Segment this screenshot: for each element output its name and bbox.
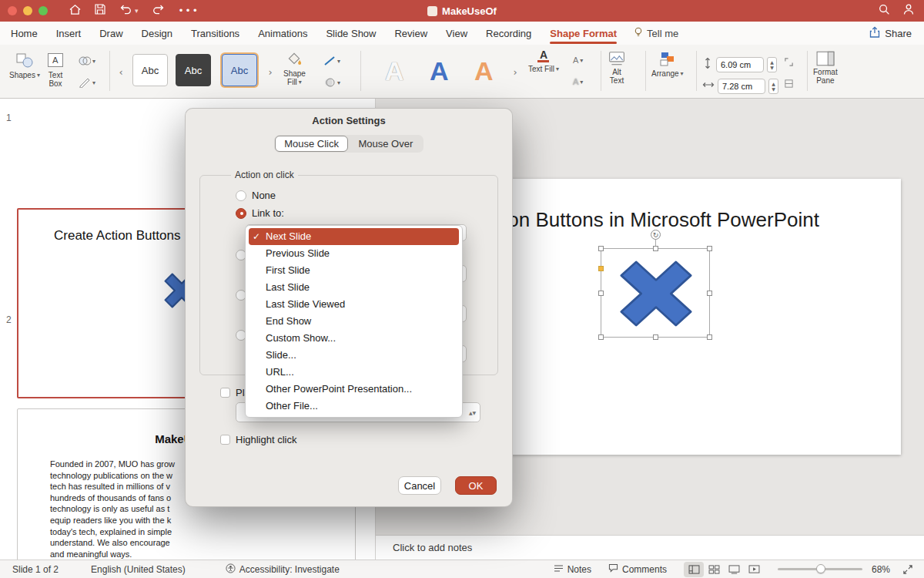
notes-toggle-button[interactable]: Notes (554, 564, 591, 575)
menu-item-last-slide-viewed[interactable]: Last Slide Viewed (249, 296, 459, 313)
redo-icon[interactable] (152, 4, 165, 18)
tab-review[interactable]: Review (394, 23, 427, 44)
tab-transitions[interactable]: Transitions (191, 23, 239, 44)
more-commands-icon[interactable]: ••• (179, 5, 199, 16)
undo-dropdown-icon[interactable]: ▾ (135, 7, 139, 15)
shape-selection-box[interactable]: ↻ (601, 248, 710, 338)
selection-handle[interactable] (598, 246, 604, 251)
undo-icon[interactable] (119, 4, 132, 18)
text-outline-button[interactable]: A ▾ (573, 55, 583, 65)
selection-handle[interactable] (707, 334, 712, 340)
ok-button[interactable]: OK (455, 476, 497, 495)
tab-animations[interactable]: Animations (258, 23, 307, 44)
x-shape[interactable] (612, 254, 700, 337)
highlight-click-checkbox-row[interactable]: Highlight click (220, 434, 296, 445)
style-gallery-prev-icon[interactable]: ‹ (116, 63, 126, 80)
shape-style-option-3-selected[interactable]: Abc (222, 54, 257, 86)
shape-effects-button[interactable]: ▾ (323, 77, 340, 88)
accessibility-status[interactable]: Accessibility: Investigate (226, 563, 340, 576)
selection-handle[interactable] (598, 291, 604, 296)
tab-recording[interactable]: Recording (486, 23, 531, 44)
selection-handle[interactable] (653, 334, 658, 340)
zoom-level[interactable]: 68% (872, 564, 898, 575)
menu-item-previous-slide[interactable]: Previous Slide (249, 245, 459, 262)
tab-shape-format[interactable]: Shape Format (550, 23, 617, 44)
text-style-option-3[interactable]: A (474, 55, 494, 86)
text-style-gallery-next-icon[interactable]: › (510, 63, 521, 80)
save-icon[interactable] (95, 4, 105, 18)
radio-none[interactable]: None (236, 190, 276, 201)
height-stepper[interactable]: ▲▼ (767, 57, 777, 72)
selection-handle[interactable] (707, 291, 712, 296)
zoom-slider-thumb[interactable] (816, 564, 825, 573)
zoom-window-button[interactable] (38, 6, 48, 15)
shape-width-field[interactable] (718, 79, 765, 94)
tab-view[interactable]: View (446, 23, 467, 44)
radio-link-to[interactable]: Link to: (236, 207, 284, 219)
rotation-handle-icon[interactable]: ↻ (651, 230, 661, 240)
menu-item-slide[interactable]: Slide... (249, 347, 459, 364)
menu-item-other-file[interactable]: Other File... (249, 398, 459, 415)
radio-none-circle[interactable] (236, 190, 246, 201)
comments-toggle-button[interactable]: Comments (608, 563, 667, 575)
shape-outline-button[interactable]: ▾ (323, 55, 340, 66)
language-indicator[interactable]: English (United States) (91, 564, 186, 575)
shape-adjustment-handle[interactable] (598, 266, 604, 271)
tab-mouse-over[interactable]: Mouse Over (348, 136, 423, 152)
zoom-fit-icon[interactable] (902, 564, 913, 575)
slide-sorter-button[interactable] (704, 562, 724, 577)
shape-style-option-1[interactable]: Abc (132, 54, 168, 86)
cancel-button[interactable]: Cancel (398, 476, 441, 495)
close-button[interactable] (8, 6, 17, 15)
menu-item-last-slide[interactable]: Last Slide (249, 279, 459, 296)
minimize-button[interactable] (23, 6, 32, 15)
selection-handle[interactable] (707, 246, 712, 251)
shape-height-field[interactable] (716, 57, 764, 72)
tab-home[interactable]: Home (11, 23, 38, 44)
width-stepper[interactable]: ▲▼ (768, 79, 778, 94)
tab-slide-show[interactable]: Slide Show (326, 23, 376, 44)
slideshow-button[interactable] (744, 562, 764, 577)
menu-item-first-slide[interactable]: First Slide (249, 262, 459, 279)
shape-style-option-2[interactable]: Abc (176, 54, 211, 86)
radio-link-to-circle[interactable] (236, 208, 246, 219)
text-style-option-1[interactable]: A (385, 55, 404, 86)
zoom-slider[interactable] (778, 568, 862, 570)
tab-design[interactable]: Design (142, 23, 172, 44)
home-icon[interactable] (69, 4, 81, 18)
menu-item-end-show[interactable]: End Show (249, 313, 459, 330)
style-gallery-next-icon[interactable]: › (265, 63, 276, 80)
account-icon[interactable] (902, 3, 915, 18)
search-icon[interactable] (879, 4, 890, 18)
size-more-button-1[interactable] (784, 57, 794, 67)
text-style-option-2[interactable]: A (430, 55, 449, 86)
alt-text-button[interactable]: Alt Text (608, 51, 625, 85)
highlight-click-checkbox[interactable] (220, 435, 230, 445)
shape-fill-button[interactable]: Shape Fill▾ (283, 51, 306, 86)
menu-item-next-slide[interactable]: ✓Next Slide (249, 228, 459, 245)
normal-view-button[interactable] (684, 562, 704, 577)
menu-item-url[interactable]: URL... (249, 364, 459, 381)
merge-shapes-button[interactable]: ▾ (79, 55, 95, 66)
menu-item-custom-show[interactable]: Custom Show... (249, 330, 459, 347)
text-box-button[interactable]: A Text Box (46, 51, 65, 88)
tab-draw[interactable]: Draw (99, 23, 122, 44)
text-fill-button[interactable]: A Text Fill▾ (528, 51, 559, 73)
menu-item-other-presentation[interactable]: Other PowerPoint Presentation... (249, 381, 459, 398)
shapes-button[interactable]: Shapes▾ (9, 51, 40, 79)
tell-me-button[interactable]: Tell me (634, 27, 678, 40)
share-button[interactable]: Share (869, 26, 912, 40)
selection-handle[interactable] (653, 246, 658, 251)
tab-insert[interactable]: Insert (56, 23, 82, 44)
selection-handle[interactable] (598, 334, 604, 340)
text-effects-button[interactable]: A ▾ (573, 77, 583, 86)
edit-shape-button[interactable]: ▾ (79, 77, 95, 88)
play-sound-checkbox[interactable] (220, 388, 230, 398)
tab-mouse-click[interactable]: Mouse Click (275, 136, 349, 152)
arrange-button[interactable]: Arrange▾ (651, 51, 684, 78)
reading-view-button[interactable] (724, 562, 744, 577)
size-more-button-2[interactable] (784, 79, 794, 89)
notes-placeholder[interactable]: Click to add notes (393, 542, 472, 553)
notes-pane[interactable]: Click to add notes (376, 535, 924, 560)
format-pane-button[interactable]: Format Pane (813, 51, 838, 85)
